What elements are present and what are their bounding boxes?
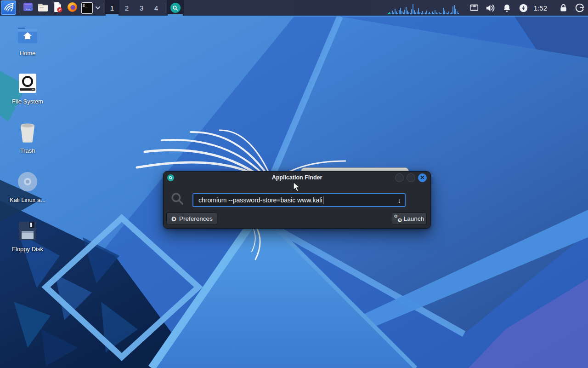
clock[interactable]: 1:52 [532, 4, 551, 12]
trash-can-icon [17, 121, 39, 144]
minimize-button[interactable] [395, 173, 404, 182]
text-editor-icon [52, 1, 63, 15]
firefox-icon [67, 1, 78, 15]
taskbar-application-finder[interactable] [167, 0, 184, 16]
window-title: Application Finder [164, 174, 430, 181]
application-finder-icon [167, 174, 174, 181]
gear-icon: ⚙ [171, 216, 177, 222]
volume-icon[interactable] [482, 3, 499, 13]
launcher-firefox[interactable] [65, 0, 79, 16]
search-input[interactable]: chromium --password-store=basic www.kali… [192, 193, 406, 207]
close-button[interactable]: ✕ [418, 173, 427, 182]
launcher-window-manager[interactable] [21, 0, 35, 16]
maximize-button[interactable] [407, 173, 415, 182]
applications-menu-button[interactable] [1, 0, 16, 15]
home-folder-icon [17, 24, 39, 46]
dropdown-arrow-icon[interactable]: ↓ [398, 196, 401, 204]
desktop-icon-home[interactable]: Home [4, 24, 51, 57]
launcher-file-manager[interactable] [35, 0, 50, 16]
workspace-4[interactable]: 4 [149, 0, 164, 16]
panel-separator [19, 3, 19, 13]
top-panel: $_ 1 2 3 4 [0, 0, 588, 17]
hard-drive-icon [17, 72, 39, 94]
mouse-cursor [293, 182, 302, 195]
lock-screen-icon[interactable] [555, 3, 571, 13]
desktop-icon-kali-linux-cd[interactable]: Kali Linux a... [4, 171, 51, 204]
cpu-graph[interactable] [388, 1, 463, 16]
panel-separator [103, 3, 103, 13]
terminal-icon: $_ [81, 2, 93, 14]
launcher-terminal[interactable]: $_ [79, 0, 94, 16]
notifications-bell-icon[interactable] [499, 3, 515, 13]
launch-button[interactable]: ⚙ ⚙ Launch [392, 213, 427, 225]
power-manager-icon[interactable] [515, 3, 532, 13]
window-manager-icon [23, 1, 34, 14]
file-manager-icon [37, 1, 49, 15]
launcher-text-editor[interactable] [50, 0, 65, 16]
launcher-dropdown-chevron-icon[interactable] [94, 0, 102, 16]
desktop-icon-file-system[interactable]: File System [4, 72, 51, 105]
workspace-1[interactable]: 1 [105, 0, 119, 16]
system-tray: 1:52 [466, 0, 588, 16]
launch-gears-icon: ⚙ ⚙ [395, 215, 401, 222]
workspace-3[interactable]: 3 [134, 0, 149, 16]
application-finder-task-icon [170, 3, 181, 13]
desktop-icon-trash[interactable]: Trash [4, 121, 51, 155]
floppy-disk-icon [17, 220, 39, 242]
search-icon [170, 191, 185, 208]
optical-disc-icon [17, 171, 39, 193]
kali-logo-icon [3, 1, 14, 14]
logout-icon[interactable] [571, 3, 588, 13]
application-finder-window: Application Finder ✕ chromium --password… [163, 171, 431, 229]
preferences-button[interactable]: ⚙ Preferences [166, 213, 217, 225]
search-input-value: chromium --password-store=basic www.kali [198, 196, 322, 204]
net-graph-dash [388, 13, 390, 14]
panel-separator [165, 3, 165, 13]
desktop-icon-floppy-disk[interactable]: Floppy Disk [4, 220, 51, 253]
panel-spacer [184, 0, 388, 16]
network-icon[interactable] [466, 3, 482, 13]
workspace-2[interactable]: 2 [119, 0, 134, 16]
text-caret [323, 196, 323, 204]
